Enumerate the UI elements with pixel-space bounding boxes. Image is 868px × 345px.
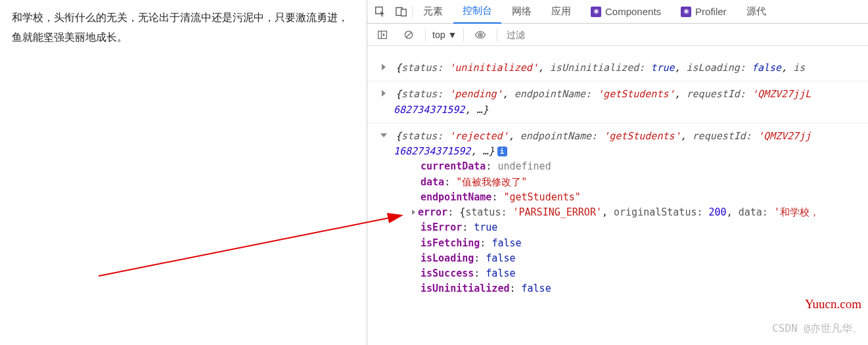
svg-point-8 — [480, 34, 482, 35]
inspect-icon[interactable] — [370, 2, 390, 22]
log-entry[interactable]: {status: 'pending', endpointName: 'getSt… — [367, 81, 868, 123]
react-icon: ⚛ — [591, 7, 601, 17]
log-entry-expanded[interactable]: {status: 'rejected', endpointName: 'getS… — [367, 123, 868, 302]
expand-caret-icon[interactable] — [382, 64, 386, 70]
console-toolbar: top ▼ — [367, 24, 868, 46]
toggle-sidebar-icon[interactable] — [373, 25, 392, 45]
tab-network[interactable]: 网络 — [503, 0, 541, 24]
filter-input[interactable] — [504, 28, 624, 41]
watermark-site: Yuucn.com — [805, 294, 861, 313]
page-text: 和学校，头衔什么的无关，无论出于清流中还是污泥中，只要激流勇进，鱼就能坚强美丽地… — [12, 12, 348, 43]
device-toggle-icon[interactable] — [391, 2, 411, 22]
clear-console-icon[interactable] — [399, 25, 419, 45]
expand-caret-icon[interactable] — [382, 90, 386, 97]
devtools-tabs: 元素 控制台 网络 应用 ⚛ Components ⚛ Profiler 源代 — [367, 0, 868, 24]
tab-elements[interactable]: 元素 — [414, 0, 452, 24]
console-output: {status: 'uninitialized', isUninitialize… — [367, 46, 868, 345]
eye-icon[interactable] — [470, 25, 490, 45]
context-selector[interactable]: top ▼ — [432, 30, 457, 40]
tab-profiler[interactable]: ⚛ Profiler — [672, 0, 736, 24]
log-entry[interactable]: {status: 'uninitialized', isUninitialize… — [367, 55, 868, 81]
svg-line-7 — [406, 32, 411, 37]
react-icon: ⚛ — [681, 7, 691, 17]
svg-line-0 — [99, 216, 401, 276]
svg-rect-3 — [401, 9, 406, 16]
tab-components[interactable]: ⚛ Components — [582, 0, 670, 24]
tab-console[interactable]: 控制台 — [453, 0, 501, 24]
svg-rect-4 — [378, 31, 387, 38]
tab-sources[interactable]: 源代 — [737, 0, 775, 24]
tab-application[interactable]: 应用 — [542, 0, 580, 24]
page-content: 和学校，头衔什么的无关，无论出于清流中还是污泥中，只要激流勇进，鱼就能坚强美丽地… — [0, 0, 367, 345]
devtools-panel: 元素 控制台 网络 应用 ⚛ Components ⚛ Profiler 源代 — [367, 0, 868, 345]
collapse-caret-icon[interactable] — [380, 133, 387, 137]
info-icon[interactable]: i — [497, 147, 507, 156]
chevron-down-icon: ▼ — [447, 30, 457, 40]
watermark-author: CSDN @亦世凡华、 — [772, 321, 863, 337]
expand-caret-icon[interactable] — [412, 210, 415, 215]
